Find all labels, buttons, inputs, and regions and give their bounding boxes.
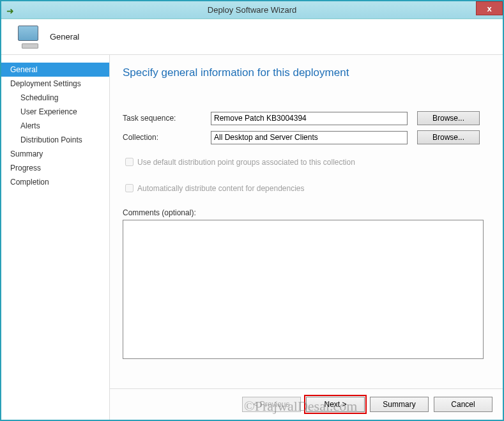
task-sequence-label: Task sequence: [123,114,211,123]
footer-divider [110,388,503,389]
wizard-body: General Deployment Settings Scheduling U… [1,55,503,420]
titlebar: ➜ Deploy Software Wizard x [1,1,503,19]
summary-button[interactable]: Summary [370,397,429,412]
back-arrow-icon: ➜ [6,6,14,16]
close-icon: x [487,4,491,13]
sidebar-item-scheduling[interactable]: Scheduling [1,91,109,105]
sidebar-item-user-experience[interactable]: User Experience [1,105,109,119]
sidebar-item-general[interactable]: General [1,63,109,77]
collection-row: Collection: Browse... [123,130,493,144]
comments-label: Comments (optional): [123,208,493,217]
wizard-window: ➜ Deploy Software Wizard x General Gener… [0,0,504,421]
checkbox-default-dp-groups-label: Use default distribution point groups as… [137,158,355,167]
next-button[interactable]: Next > [306,397,365,412]
checkbox-auto-distribute-input [125,184,134,192]
previous-button: < Previous [242,397,301,412]
close-button[interactable]: x [476,1,503,15]
checkbox-default-dp-groups: Use default distribution point groups as… [123,156,493,168]
browse-task-sequence-button[interactable]: Browse... [417,111,480,125]
sidebar-item-completion[interactable]: Completion [1,175,109,189]
collection-label: Collection: [123,133,211,142]
sidebar-item-alerts[interactable]: Alerts [1,119,109,133]
window-title: Deploy Software Wizard [1,5,503,15]
sidebar-item-summary[interactable]: Summary [1,147,109,161]
comments-textarea[interactable] [123,220,484,359]
content-panel: Specify general information for this dep… [110,55,503,420]
sidebar-item-deployment-settings[interactable]: Deployment Settings [1,77,109,91]
sidebar-item-progress[interactable]: Progress [1,161,109,175]
checkbox-auto-distribute: Automatically distribute content for dep… [123,182,493,194]
cancel-button[interactable]: Cancel [434,397,493,412]
sidebar-item-distribution-points[interactable]: Distribution Points [1,133,109,147]
computer-icon [15,26,41,49]
checkbox-default-dp-groups-input [125,158,134,166]
footer: < Previous Next > Summary Cancel [242,397,493,412]
wizard-header: General [1,19,503,55]
collection-input[interactable] [211,131,408,144]
task-sequence-input[interactable] [211,112,408,125]
browse-collection-button[interactable]: Browse... [417,130,480,144]
header-label: General [50,32,79,42]
checkbox-auto-distribute-label: Automatically distribute content for dep… [137,184,305,193]
page-title: Specify general information for this dep… [123,66,493,79]
task-sequence-row: Task sequence: Browse... [123,111,493,125]
sidebar: General Deployment Settings Scheduling U… [1,55,110,420]
